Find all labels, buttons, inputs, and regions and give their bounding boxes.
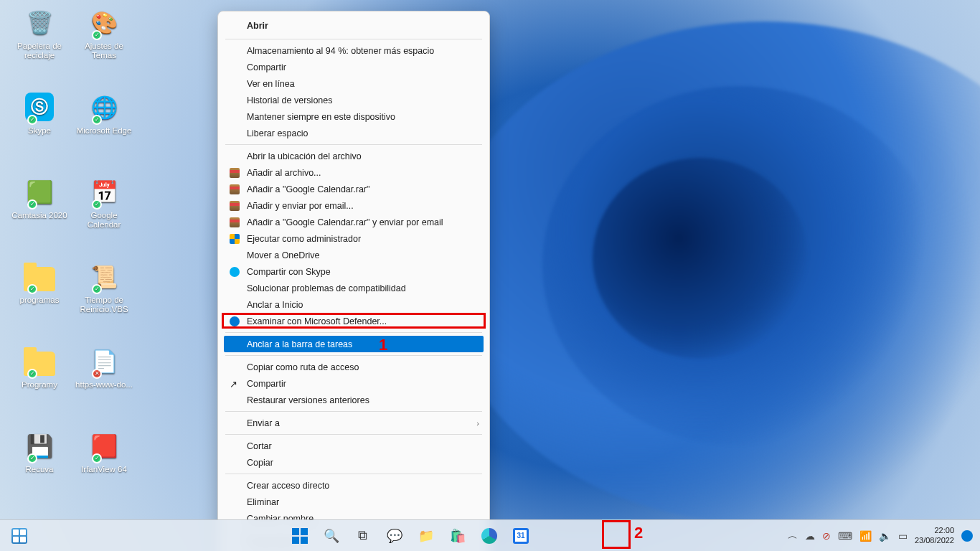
context-menu-item[interactable]: Enviar a› [218, 415, 489, 431]
desktop-icon-recycle-bin[interactable]: 🗑️Papelera de reciclaje [10, 6, 69, 60]
context-menu-item[interactable]: Examinar con Microsoft Defender... [218, 313, 489, 329]
context-menu-item[interactable]: Copiar [218, 454, 489, 471]
context-menu-item-label: Examinar con Microsoft Defender... [247, 316, 479, 326]
desktop[interactable]: 🗑️Papelera de reciclaje🎨Ajustes de Temas… [0, 0, 980, 551]
desktop-icon-edge[interactable]: 🌐Microsoft Edge [75, 90, 133, 136]
context-menu-separator [225, 434, 482, 435]
search-button[interactable]: 🔍 [318, 522, 345, 550]
google-calendar-taskbar-button[interactable]: 31 [507, 522, 534, 550]
battery-tray-icon[interactable]: ▭ [898, 530, 908, 542]
context-menu-item-label: Añadir a "Google Calendar.rar" y enviar … [247, 217, 479, 227]
desktop-icon-irfanview[interactable]: 🟥IrfanView 64 [75, 429, 133, 474]
context-menu-item[interactable]: Compartir con Skype [218, 263, 489, 280]
desktop-icon-label: Skype [10, 126, 69, 136]
context-menu-item[interactable]: Historial de versiones [218, 92, 489, 108]
context-menu-item[interactable]: Liberar espacio [218, 125, 489, 141]
clock-time: 22:00 [915, 526, 954, 535]
desktop-icon-label: IrfanView 64 [75, 465, 133, 474]
context-menu-item[interactable]: Añadir y enviar por email... [218, 197, 489, 214]
widgets-button[interactable] [6, 522, 33, 550]
blank-icon [228, 94, 241, 107]
desktop-icon-label: Ajustes de Temas [75, 42, 133, 60]
context-menu-item-label: Ver en línea [247, 79, 479, 89]
context-menu-item[interactable]: Solucionar problemas de compatibilidad [218, 280, 489, 296]
security-tray-icon[interactable]: ⊘ [822, 530, 831, 542]
context-menu-item-label: Cortar [247, 441, 479, 451]
camtasia-icon: 🟩 [23, 175, 56, 208]
blank-icon [228, 77, 241, 90]
context-menu-item[interactable]: Ejecutar como administrador [218, 230, 489, 247]
context-menu-item[interactable]: Abrir la ubicación del archivo [218, 148, 489, 164]
task-view-button[interactable]: ⧉ [349, 522, 377, 550]
desktop-icon-label: Google Calendar [75, 211, 133, 229]
google-calendar-icon: 31 [513, 528, 529, 544]
desktop-icon-programas[interactable]: programas [10, 260, 69, 305]
context-menu-item[interactable]: Añadir al archivo... [218, 164, 489, 181]
clock[interactable]: 22:00 23/08/2022 [915, 526, 954, 545]
context-menu-item[interactable]: Restaurar versiones anteriores [218, 392, 489, 408]
desktop-icon-label: Papelera de reciclaje [10, 42, 69, 60]
context-menu-item[interactable]: Anclar a Inicio [218, 296, 489, 313]
desktop-icon-label: Camtasia 2020 [10, 211, 69, 220]
desktop-icon-tiempo-reinicio[interactable]: 📜Tiempo de Reinicio.VBS [75, 260, 133, 314]
context-menu-item[interactable]: Ver en línea [218, 75, 489, 92]
context-menu-separator [225, 474, 482, 474]
context-menu-open[interactable]: Abrir [218, 16, 489, 36]
blank-icon [228, 282, 241, 295]
context-menu-separator [225, 39, 482, 39]
desktop-icon-google-calendar[interactable]: 📅Google Calendar [75, 175, 133, 229]
desktop-icon-camtasia[interactable]: 🟩Camtasia 2020 [10, 175, 69, 220]
context-menu-item[interactable]: Mantener siempre en este dispositivo [218, 108, 489, 125]
desktop-icon-recuva[interactable]: 💾Recuva [10, 429, 69, 474]
context-menu-item[interactable]: Compartir [218, 59, 489, 75]
language-tray-icon[interactable]: ⌨ [838, 530, 852, 542]
context-menu-item[interactable]: Eliminar [218, 494, 489, 510]
explorer-button[interactable]: 📁 [413, 522, 440, 550]
context-menu-item[interactable]: Cortar [218, 438, 489, 454]
irfanview-icon: 🟥 [88, 429, 121, 462]
desktop-icon-skype[interactable]: ⓈSkype [10, 90, 69, 136]
sync-badge-icon [27, 115, 37, 125]
edge-button[interactable] [476, 522, 503, 550]
context-menu-item-label: Mover a OneDrive [247, 250, 479, 260]
blank-icon [228, 44, 241, 57]
shield-icon [228, 232, 241, 245]
context-menu-item[interactable]: Anclar a la barra de tareas [224, 336, 484, 352]
desktop-icon-label: programas [10, 296, 69, 305]
blank-icon [228, 456, 241, 469]
context-menu-item[interactable]: Copiar como ruta de acceso [218, 359, 489, 375]
chat-button[interactable]: 💬 [381, 522, 408, 550]
context-menu: Abrir Almacenamiento al 94 %: obtener má… [217, 11, 490, 551]
onedrive-tray-icon[interactable]: ☁ [805, 530, 815, 542]
sync-badge-icon [27, 284, 37, 294]
sync-badge-icon [92, 30, 102, 40]
context-menu-item[interactable]: Crear acceso directo [218, 477, 489, 494]
chat-icon: 💬 [387, 528, 402, 544]
start-button[interactable] [286, 522, 314, 550]
edge-icon: 🌐 [88, 90, 121, 123]
folder-icon: 📁 [418, 528, 434, 544]
notifications-button[interactable] [961, 530, 973, 542]
context-menu-item[interactable]: Mover a OneDrive [218, 247, 489, 263]
sync-badge-icon [92, 284, 102, 294]
widgets-icon [11, 528, 27, 544]
context-menu-item[interactable]: Compartir [218, 375, 489, 392]
blank-icon [228, 394, 241, 407]
context-menu-item[interactable]: Añadir a "Google Calendar.rar" y enviar … [218, 214, 489, 230]
edge-icon [481, 528, 497, 544]
context-menu-item-label: Añadir a "Google Calendar.rar" [247, 184, 479, 194]
store-button[interactable]: 🛍️ [444, 522, 471, 550]
desktop-icon-ajustes-temas[interactable]: 🎨Ajustes de Temas [75, 6, 133, 60]
context-menu-item[interactable]: Añadir a "Google Calendar.rar" [218, 181, 489, 197]
desktop-icon-https-dom[interactable]: 📄https-www-do... [75, 344, 133, 390]
blank-icon [228, 338, 241, 351]
winrar-icon [228, 183, 241, 196]
wifi-tray-icon[interactable]: 📶 [859, 530, 872, 542]
desktop-icon-programy[interactable]: Programy [10, 344, 69, 390]
tray-chevron-icon[interactable]: ︿ [788, 529, 798, 542]
context-menu-item-label: Añadir al archivo... [247, 168, 479, 178]
volume-tray-icon[interactable]: 🔈 [879, 530, 891, 542]
context-menu-item-label: Mantener siempre en este dispositivo [247, 112, 479, 122]
sync-badge-icon [27, 369, 37, 379]
context-menu-item[interactable]: Almacenamiento al 94 %: obtener más espa… [218, 42, 489, 59]
